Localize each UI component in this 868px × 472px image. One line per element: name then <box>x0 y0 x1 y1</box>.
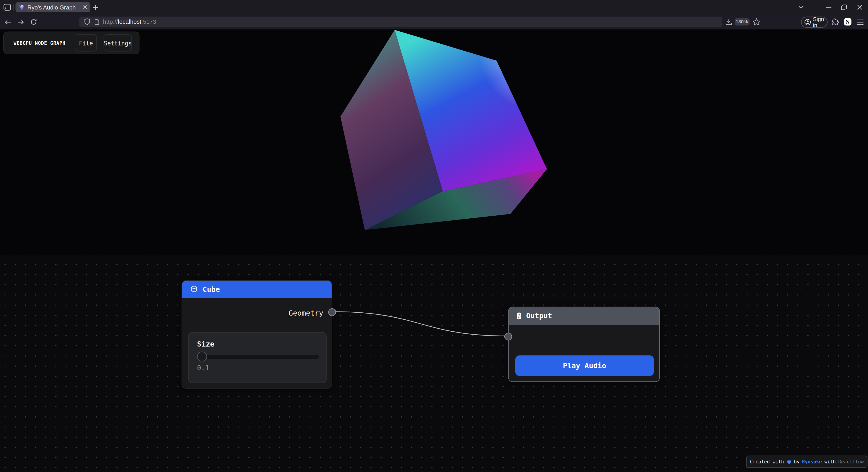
footer-with: with <box>825 459 836 464</box>
browser-chrome: Ryo's Audio Graph <box>0 0 868 30</box>
geometry-port-label: Geometry <box>289 309 323 317</box>
firefox-view-icon[interactable] <box>3 3 11 11</box>
tab-title: Ryo's Audio Graph <box>27 4 80 10</box>
blue-heart-icon <box>786 459 792 464</box>
reload-button[interactable] <box>30 19 37 26</box>
shield-icon[interactable] <box>84 18 90 25</box>
output-node[interactable]: Output Play Audio <box>508 307 660 382</box>
window-restore-button[interactable] <box>840 4 847 10</box>
output-node-title: Output <box>526 312 552 320</box>
attribution-panel: Created with by Ryosuke with Reactflow <box>746 455 867 468</box>
page-info-icon[interactable] <box>94 19 99 25</box>
geometry-output-handle[interactable] <box>328 308 336 316</box>
settings-menu-button[interactable]: Settings <box>104 34 132 52</box>
sign-in-label: Sign in <box>813 16 827 28</box>
navigation-bar: http://localhost:5173 130% Sign in <box>0 14 868 30</box>
footer-created-with: Created with <box>750 459 784 464</box>
bookmark-star-icon[interactable] <box>752 18 760 26</box>
url-text: http://localhost:5173 <box>103 18 156 25</box>
box-icon <box>190 285 197 293</box>
tab-separator <box>13 4 14 10</box>
url-protocol: http:// <box>103 18 118 25</box>
size-slider-track[interactable] <box>197 355 319 358</box>
downloads-icon[interactable] <box>725 18 733 26</box>
size-param-label: Size <box>197 340 318 348</box>
size-param-panel: Size 0.1 <box>188 332 327 383</box>
screenshot-root: Ryo's Audio Graph <box>0 0 868 472</box>
output-node-header[interactable]: Output <box>509 307 659 325</box>
app-brand: WEBGPU NODE GRAPH <box>13 40 66 46</box>
tab-close-icon[interactable] <box>83 5 87 9</box>
output-input-handle[interactable] <box>504 333 512 340</box>
size-param-value: 0.1 <box>197 364 318 372</box>
extensions-puzzle-icon[interactable] <box>831 18 839 26</box>
account-icon <box>804 19 811 25</box>
zoom-level-badge[interactable]: 130% <box>735 18 749 26</box>
window-close-button[interactable] <box>857 4 863 10</box>
cube-node[interactable]: Cube Geometry Size 0.1 <box>182 280 332 388</box>
menu-hamburger-icon[interactable] <box>857 19 864 25</box>
cube-node-header[interactable]: Cube <box>182 280 332 298</box>
speaker-icon <box>517 312 521 319</box>
play-audio-button[interactable]: Play Audio <box>515 355 654 376</box>
size-slider-thumb[interactable] <box>197 351 207 361</box>
vite-favicon-icon <box>19 4 24 10</box>
cube-3d-render <box>332 30 554 246</box>
notion-extension-icon[interactable]: N <box>844 18 851 25</box>
app-toolbar: WEBGPU NODE GRAPH File Settings <box>3 32 139 54</box>
forward-button[interactable] <box>17 18 25 26</box>
footer-library: Reactflow <box>838 459 864 464</box>
url-host: localhost <box>118 18 142 25</box>
footer-author-link[interactable]: Ryosuke <box>802 459 822 464</box>
footer-by: by <box>794 459 800 464</box>
window-minimize-button[interactable] <box>825 6 831 8</box>
webgpu-3d-viewport <box>0 30 868 254</box>
list-tabs-chevron-icon[interactable] <box>798 5 804 9</box>
sign-in-button[interactable]: Sign in <box>801 16 828 27</box>
url-port: :5173 <box>141 18 156 25</box>
file-menu-button[interactable]: File <box>75 34 97 52</box>
cube-node-title: Cube <box>203 285 220 293</box>
tab-strip: Ryo's Audio Graph <box>0 0 868 14</box>
new-tab-button[interactable] <box>92 4 98 10</box>
browser-tab[interactable]: Ryo's Audio Graph <box>15 2 90 12</box>
url-bar[interactable]: http://localhost:5173 <box>79 16 722 27</box>
back-button[interactable] <box>4 18 12 26</box>
reactflow-canvas[interactable] <box>0 254 868 472</box>
